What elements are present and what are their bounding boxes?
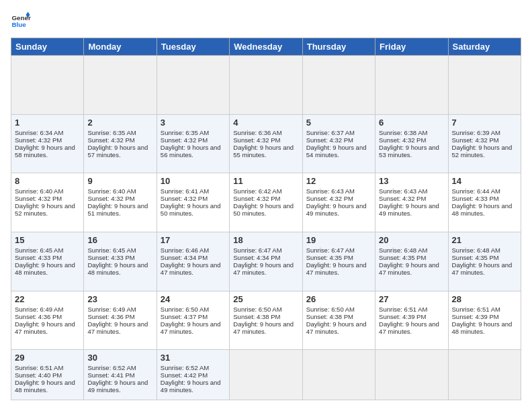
daylight-text: Daylight: 9 hours and 49 minutes. [161, 379, 226, 394]
sunset-text: Sunset: 4:38 PM [233, 313, 298, 320]
daylight-text: Daylight: 9 hours and 48 minutes. [452, 320, 517, 335]
sunrise-text: Sunrise: 6:45 AM [15, 246, 80, 254]
day-number: 13 [379, 176, 444, 186]
calendar-cell: 23Sunrise: 6:49 AMSunset: 4:36 PMDayligh… [84, 291, 157, 350]
calendar-cell: 21Sunrise: 6:48 AMSunset: 4:35 PMDayligh… [448, 232, 521, 291]
calendar-cell: 8Sunrise: 6:40 AMSunset: 4:32 PMDaylight… [11, 173, 84, 232]
sunrise-text: Sunrise: 6:39 AM [452, 129, 517, 136]
sunrise-text: Sunrise: 6:49 AM [15, 306, 80, 313]
sunrise-text: Sunrise: 6:51 AM [452, 306, 517, 313]
sunrise-text: Sunrise: 6:52 AM [161, 364, 226, 371]
sunrise-text: Sunrise: 6:46 AM [161, 246, 226, 254]
sunrise-text: Sunrise: 6:51 AM [379, 306, 444, 313]
calendar-week-5: 29Sunrise: 6:51 AMSunset: 4:40 PMDayligh… [11, 350, 521, 400]
sunset-text: Sunset: 4:32 PM [452, 136, 517, 144]
calendar-cell [230, 56, 302, 115]
sunrise-text: Sunrise: 6:40 AM [87, 187, 152, 195]
calendar-cell: 15Sunrise: 6:45 AMSunset: 4:33 PMDayligh… [11, 232, 84, 291]
sunrise-text: Sunrise: 6:48 AM [452, 246, 517, 254]
daylight-text: Daylight: 9 hours and 52 minutes. [452, 144, 517, 158]
day-number: 2 [87, 118, 152, 128]
sunrise-text: Sunrise: 6:34 AM [15, 129, 80, 136]
day-number: 22 [15, 294, 80, 304]
calendar-cell: 27Sunrise: 6:51 AMSunset: 4:39 PMDayligh… [375, 291, 448, 350]
sunset-text: Sunset: 4:38 PM [306, 313, 371, 320]
sunset-text: Sunset: 4:32 PM [15, 136, 80, 144]
calendar-week-2: 8Sunrise: 6:40 AMSunset: 4:32 PMDaylight… [11, 173, 521, 232]
sunrise-text: Sunrise: 6:35 AM [87, 129, 152, 136]
sunset-text: Sunset: 4:40 PM [15, 371, 80, 379]
calendar-cell: 9Sunrise: 6:40 AMSunset: 4:32 PMDaylight… [84, 173, 157, 232]
sunset-text: Sunset: 4:32 PM [87, 195, 152, 202]
daylight-text: Daylight: 9 hours and 53 minutes. [379, 144, 444, 158]
sunset-text: Sunset: 4:32 PM [233, 136, 298, 144]
calendar-cell [302, 350, 375, 400]
day-number: 14 [452, 176, 517, 186]
calendar-cell [375, 350, 448, 400]
day-number: 27 [379, 294, 444, 304]
daylight-text: Daylight: 9 hours and 52 minutes. [15, 202, 80, 217]
calendar-table: SundayMondayTuesdayWednesdayThursdayFrid… [11, 38, 521, 400]
calendar-cell: 2Sunrise: 6:35 AMSunset: 4:32 PMDaylight… [84, 114, 157, 173]
day-number: 11 [233, 176, 298, 186]
calendar-cell: 24Sunrise: 6:50 AMSunset: 4:37 PMDayligh… [157, 291, 229, 350]
sunset-text: Sunset: 4:39 PM [452, 313, 517, 320]
daylight-text: Daylight: 9 hours and 47 minutes. [15, 320, 80, 335]
calendar-cell [448, 350, 521, 400]
calendar-cell [448, 56, 521, 115]
day-number: 26 [306, 294, 371, 304]
sunrise-text: Sunrise: 6:35 AM [161, 129, 226, 136]
day-number: 17 [161, 235, 226, 245]
daylight-text: Daylight: 9 hours and 47 minutes. [452, 261, 517, 276]
daylight-text: Daylight: 9 hours and 56 minutes. [161, 144, 226, 158]
svg-marker-2 [26, 12, 30, 15]
calendar-cell: 20Sunrise: 6:48 AMSunset: 4:35 PMDayligh… [375, 232, 448, 291]
sunset-text: Sunset: 4:32 PM [161, 136, 226, 144]
sunset-text: Sunset: 4:35 PM [306, 254, 371, 261]
calendar-cell: 1Sunrise: 6:34 AMSunset: 4:32 PMDaylight… [11, 114, 84, 173]
day-number: 16 [87, 235, 152, 245]
daylight-text: Daylight: 9 hours and 47 minutes. [87, 320, 152, 335]
sunset-text: Sunset: 4:36 PM [87, 313, 152, 320]
calendar-cell: 30Sunrise: 6:52 AMSunset: 4:41 PMDayligh… [84, 350, 157, 400]
day-number: 12 [306, 176, 371, 186]
sunset-text: Sunset: 4:32 PM [379, 136, 444, 144]
calendar-week-3: 15Sunrise: 6:45 AMSunset: 4:33 PMDayligh… [11, 232, 521, 291]
day-number: 6 [379, 118, 444, 128]
calendar-cell: 5Sunrise: 6:37 AMSunset: 4:32 PMDaylight… [302, 114, 375, 173]
day-number: 19 [306, 235, 371, 245]
day-number: 7 [452, 118, 517, 128]
sunset-text: Sunset: 4:32 PM [161, 195, 226, 202]
day-header-thursday: Thursday [302, 38, 375, 56]
sunrise-text: Sunrise: 6:50 AM [233, 306, 298, 313]
sunset-text: Sunset: 4:32 PM [306, 136, 371, 144]
calendar-cell: 17Sunrise: 6:46 AMSunset: 4:34 PMDayligh… [157, 232, 229, 291]
day-number: 20 [379, 235, 444, 245]
calendar-cell: 6Sunrise: 6:38 AMSunset: 4:32 PMDaylight… [375, 114, 448, 173]
daylight-text: Daylight: 9 hours and 48 minutes. [15, 379, 80, 394]
daylight-text: Daylight: 9 hours and 49 minutes. [379, 202, 444, 217]
logo-icon: General Blue [11, 11, 31, 31]
day-header-saturday: Saturday [448, 38, 521, 56]
day-number: 5 [306, 118, 371, 128]
calendar-cell: 18Sunrise: 6:47 AMSunset: 4:34 PMDayligh… [230, 232, 302, 291]
sunrise-text: Sunrise: 6:47 AM [306, 246, 371, 254]
sunset-text: Sunset: 4:32 PM [233, 195, 298, 202]
day-header-friday: Friday [375, 38, 448, 56]
sunset-text: Sunset: 4:34 PM [161, 254, 226, 261]
calendar-cell: 3Sunrise: 6:35 AMSunset: 4:32 PMDaylight… [157, 114, 229, 173]
daylight-text: Daylight: 9 hours and 57 minutes. [87, 144, 152, 158]
sunrise-text: Sunrise: 6:44 AM [452, 187, 517, 195]
sunset-text: Sunset: 4:32 PM [379, 195, 444, 202]
sunrise-text: Sunrise: 6:47 AM [233, 246, 298, 254]
logo: General Blue [11, 11, 31, 31]
day-header-wednesday: Wednesday [230, 38, 302, 56]
sunrise-text: Sunrise: 6:37 AM [306, 129, 371, 136]
calendar-week-0 [11, 56, 521, 115]
day-number: 31 [161, 353, 226, 363]
daylight-text: Daylight: 9 hours and 47 minutes. [306, 261, 371, 276]
calendar-cell: 13Sunrise: 6:43 AMSunset: 4:32 PMDayligh… [375, 173, 448, 232]
day-number: 30 [87, 353, 152, 363]
sunset-text: Sunset: 4:33 PM [452, 195, 517, 202]
calendar-week-1: 1Sunrise: 6:34 AMSunset: 4:32 PMDaylight… [11, 114, 521, 173]
